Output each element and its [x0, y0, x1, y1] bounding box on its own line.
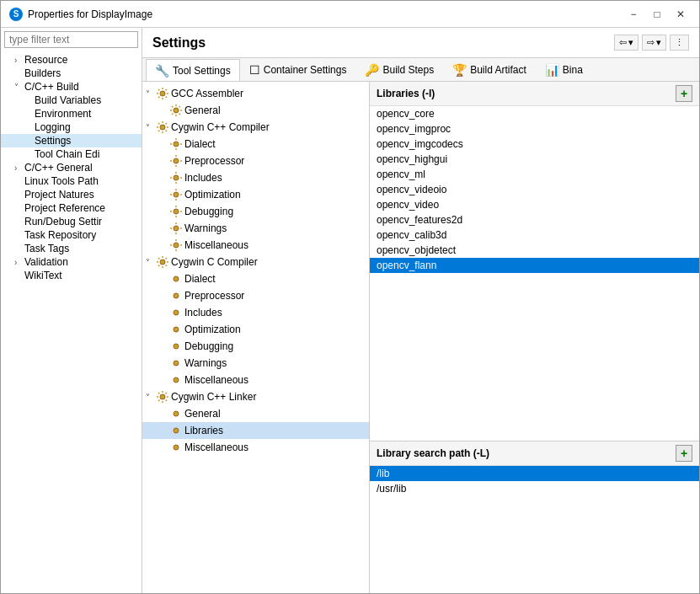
sidebar-item-resource[interactable]: › Resource	[1, 53, 142, 67]
tabs-bar: 🔧 Tool Settings ☐ Container Settings 🔑 B…	[142, 58, 699, 82]
sidebar-item-linux-tools-path[interactable]: Linux Tools Path	[1, 174, 142, 188]
svg-point-16	[174, 361, 179, 366]
list-item[interactable]: opencv_core	[370, 106, 699, 121]
path-item-usr-lib[interactable]: /usr/lib	[370, 481, 699, 496]
list-item[interactable]: opencv_objdetect	[370, 243, 699, 258]
sidebar-item-label: Logging	[35, 121, 71, 133]
sidebar-item-wikitext[interactable]: WikiText	[1, 269, 142, 282]
list-item[interactable]: opencv_features2d	[370, 212, 699, 227]
svg-point-2	[160, 125, 165, 130]
sidebar-item-task-repository[interactable]: Task Repository	[1, 228, 142, 242]
tool-label: Includes	[184, 172, 222, 184]
arrow-icon: ›	[14, 258, 24, 267]
sidebar-item-project-reference[interactable]: Project Reference	[1, 201, 142, 215]
expand-arrow-icon: ˅	[146, 123, 156, 132]
tab-bina[interactable]: 📊 Bina	[536, 58, 592, 81]
tool-label: General	[184, 408, 221, 420]
sidebar-item-project-natures[interactable]: Project Natures	[1, 188, 142, 201]
nav-back-button[interactable]: ⇦ ▾	[614, 35, 639, 51]
svg-point-9	[174, 243, 179, 248]
tab-build-steps[interactable]: 🔑 Build Steps	[355, 58, 443, 81]
tool-gcc-general[interactable]: General	[142, 102, 369, 119]
list-item[interactable]: opencv_imgcodecs	[370, 136, 699, 152]
add-library-button[interactable]: +	[676, 85, 692, 102]
svg-point-3	[174, 142, 179, 147]
sidebar-item-label: Project Reference	[24, 202, 105, 214]
list-item[interactable]: opencv_highgui	[370, 152, 699, 167]
tool-cygwin-cpp-debugging[interactable]: Debugging	[142, 203, 369, 220]
sidebar-item-label: Resource	[24, 54, 67, 66]
tool-cygwin-c-compiler[interactable]: ˅ Cygwin C Compiler	[142, 254, 369, 270]
tab-tool-settings[interactable]: 🔧 Tool Settings	[146, 59, 240, 82]
minimize-button[interactable]: −	[623, 7, 644, 22]
sidebar-item-label: Run/Debug Settir	[24, 216, 102, 227]
tab-build-artifact[interactable]: 🏆 Build Artifact	[443, 58, 536, 81]
settings-area: ˅ GCC Assembler Ge	[142, 82, 699, 593]
tab-label: Build Steps	[382, 64, 434, 76]
tool-cygwin-cpp-warnings[interactable]: Warnings	[142, 220, 369, 237]
list-item[interactable]: opencv_video	[370, 197, 699, 212]
sidebar-item-environment[interactable]: Environment	[1, 107, 142, 120]
close-button[interactable]: ✕	[671, 7, 691, 22]
sidebar-item-validation[interactable]: › Validation	[1, 255, 142, 269]
sidebar-tree: › Resource Builders ˅ C/C++ Build Build …	[1, 51, 142, 593]
tool-cygwin-cpp-compiler[interactable]: ˅ Cygwin C++ Compiler	[142, 119, 369, 136]
sidebar-item-builders[interactable]: Builders	[1, 67, 142, 80]
maximize-button[interactable]: □	[647, 7, 667, 22]
tool-cygwin-cpp-misc[interactable]: Miscellaneous	[142, 237, 369, 254]
list-item[interactable]: opencv_videoio	[370, 182, 699, 197]
filter-input[interactable]	[4, 31, 138, 48]
settings-title: Settings	[152, 35, 206, 51]
tab-label: Container Settings	[264, 64, 347, 76]
c-preprocessor-icon	[169, 289, 183, 302]
tool-cygwin-cpp-optimization[interactable]: Optimization	[142, 186, 369, 203]
tool-cygwin-cpp-includes[interactable]: Includes	[142, 169, 369, 186]
sidebar-item-task-tags[interactable]: Task Tags	[1, 242, 142, 255]
tool-cygwin-c-preprocessor[interactable]: Preprocessor	[142, 287, 369, 304]
path-item-lib[interactable]: /lib	[370, 466, 699, 481]
tool-label: Cygwin C Compiler	[171, 256, 258, 268]
sidebar-item-settings[interactable]: Settings	[1, 134, 142, 147]
cygwin-cpp-icon	[156, 120, 169, 134]
title-bar: S Properties for DisplayImage − □ ✕	[1, 1, 699, 28]
tool-cygwin-c-optimization[interactable]: Optimization	[142, 321, 369, 338]
tool-cygwin-c-debugging[interactable]: Debugging	[142, 338, 369, 355]
sidebar-item-run-debug-settir[interactable]: Run/Debug Settir	[1, 215, 142, 228]
tab-container-settings[interactable]: ☐ Container Settings	[240, 58, 356, 81]
tool-cygwin-c-warnings[interactable]: Warnings	[142, 355, 369, 372]
tool-cygwin-cpp-preprocessor[interactable]: Preprocessor	[142, 153, 369, 169]
settings-header: Settings ⇦ ▾ ⇨ ▾ ⋮	[142, 28, 699, 58]
tool-linker-misc[interactable]: Miscellaneous	[142, 439, 369, 456]
tool-gcc-assembler[interactable]: ˅ GCC Assembler	[142, 85, 369, 102]
sidebar-item-tool-chain-edi[interactable]: Tool Chain Edi	[1, 147, 142, 161]
tool-cygwin-c-includes[interactable]: Includes	[142, 304, 369, 321]
list-item-selected[interactable]: opencv_flann	[370, 258, 699, 273]
svg-point-7	[174, 209, 179, 214]
tool-linker-libraries[interactable]: Libraries	[142, 422, 369, 439]
sidebar-item-cpp-general[interactable]: › C/C++ General	[1, 161, 142, 174]
sidebar-item-label: Environment	[35, 108, 91, 120]
tool-label: General	[184, 104, 221, 116]
preprocessor-icon	[169, 154, 183, 168]
tool-cygwin-cpp-dialect[interactable]: Dialect	[142, 136, 369, 153]
list-item[interactable]: opencv_ml	[370, 167, 699, 182]
sidebar-item-logging[interactable]: Logging	[1, 120, 142, 134]
svg-point-20	[174, 428, 179, 433]
sidebar-item-build-variables[interactable]: Build Variables	[1, 94, 142, 107]
sidebar-item-cpp-build[interactable]: ˅ C/C++ Build	[1, 80, 142, 94]
svg-point-21	[174, 445, 179, 450]
debugging-icon	[169, 205, 183, 218]
add-path-button[interactable]: +	[676, 445, 692, 462]
tool-cygwin-c-dialect[interactable]: Dialect	[142, 270, 369, 287]
nav-fwd-button[interactable]: ⇨ ▾	[642, 35, 666, 51]
c-debugging-icon	[169, 340, 183, 353]
tool-cygwin-cpp-linker[interactable]: ˅ Cygwin C++ Linker	[142, 388, 369, 405]
sidebar-item-label: Builders	[24, 67, 61, 79]
list-item[interactable]: opencv_imgproc	[370, 121, 699, 136]
list-item[interactable]: opencv_calib3d	[370, 227, 699, 243]
tool-linker-general[interactable]: General	[142, 405, 369, 422]
tool-cygwin-c-misc[interactable]: Miscellaneous	[142, 372, 369, 388]
svg-point-5	[174, 175, 179, 180]
nav-menu-icon: ⋮	[675, 37, 684, 48]
nav-menu-button[interactable]: ⋮	[670, 35, 689, 51]
